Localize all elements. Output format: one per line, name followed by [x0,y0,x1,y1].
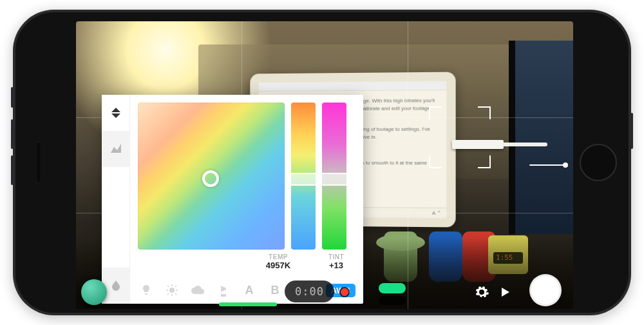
horizon-indicator [529,164,565,166]
play-icon [498,286,511,299]
focus-reticle[interactable] [429,106,491,168]
record-dot-icon [341,288,348,296]
tint-label: TINT [328,253,344,261]
gear-icon [474,284,489,300]
battery-indicator [379,283,406,293]
scene-monitor [509,41,573,234]
playback-button[interactable] [496,283,514,301]
volume-up [11,119,14,149]
temperature-knob[interactable] [289,173,317,186]
iphone-frame: and 2K footage and 50mbs for 1080p foota… [13,10,631,315]
storage-indicator [379,296,406,305]
timecode-value: 0:00 [295,285,324,298]
curves-icon [109,143,122,155]
settings-button[interactable] [473,283,491,301]
home-button[interactable] [580,144,617,181]
mute-switch [11,87,14,108]
bottom-bar: 0:00 [76,268,573,309]
temperature-slider[interactable] [291,103,316,250]
wb-color-picker[interactable] [138,103,285,250]
wb-toggle[interactable] [81,279,107,305]
tint-slider[interactable] [322,103,346,250]
tab-curves[interactable] [102,131,129,167]
iphone-bezel: and 2K footage and 50mbs for 1080p foota… [15,12,629,313]
record-button[interactable] [529,274,562,306]
temp-label: TEMP [269,253,288,261]
timecode: 0:00 [285,281,334,302]
app-screen: and 2K footage and 50mbs for 1080p foota… [76,21,573,309]
tint-knob[interactable] [320,173,348,186]
volume-down [11,155,14,185]
wb-icon [109,106,122,119]
power-button [630,113,633,149]
earpiece [36,142,41,183]
audio-level [219,302,277,306]
tab-white-balance[interactable] [102,95,129,131]
